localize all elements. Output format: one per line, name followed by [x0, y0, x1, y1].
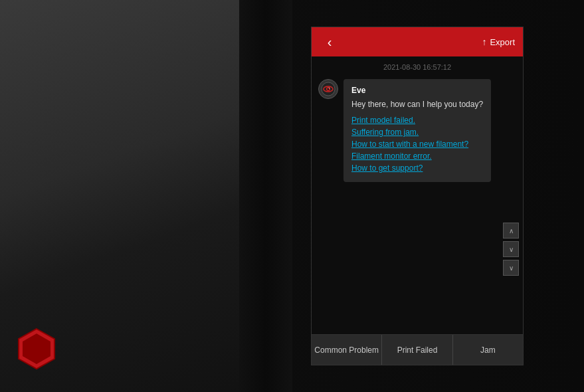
- svg-point-6: [329, 88, 330, 89]
- message-bubble: Eve Hey there, how can I help you today?…: [343, 79, 491, 182]
- tab-print-failed[interactable]: Print Failed: [382, 335, 452, 365]
- header-bar: ‹ ↑ Export: [312, 27, 523, 56]
- link-get-support[interactable]: How to get support?: [351, 163, 483, 173]
- chat-content: 2021-08-30 16:57:12 Eve Hey there, how c…: [312, 56, 523, 194]
- scroll-up-button[interactable]: ∧: [503, 223, 519, 239]
- logo-area: [13, 326, 66, 379]
- back-button[interactable]: ‹: [320, 32, 340, 52]
- sender-name: Eve: [351, 86, 483, 95]
- scroll-bottom-icon: ∨: [509, 264, 514, 272]
- message-text: Hey there, how can I help you today?: [351, 98, 483, 110]
- link-print-model-failed[interactable]: Print model failed.: [351, 116, 483, 125]
- vertical-bar: [239, 0, 292, 392]
- logo-icon: [13, 326, 60, 372]
- link-filament-monitor-error[interactable]: Filament monitor error.: [351, 151, 483, 161]
- eve-avatar-icon: [321, 82, 336, 96]
- tab-bar: Common Problem Print Failed Jam: [312, 334, 523, 365]
- tab-common-problem[interactable]: Common Problem: [312, 335, 382, 365]
- message-row: Eve Hey there, how can I help you today?…: [318, 79, 516, 182]
- scroll-bottom-button[interactable]: ∨: [503, 260, 519, 276]
- link-new-filament[interactable]: How to start with a new filament?: [351, 140, 483, 149]
- tab-jam[interactable]: Jam: [453, 335, 523, 365]
- chat-area: 2021-08-30 16:57:12 Eve Hey there, how c…: [312, 56, 523, 316]
- scroll-up-icon: ∧: [509, 227, 514, 235]
- link-suffering-from-jam[interactable]: Suffering from jam.: [351, 128, 483, 137]
- timestamp: 2021-08-30 16:57:12: [318, 63, 516, 71]
- avatar: [318, 79, 338, 99]
- export-button[interactable]: ↑ Export: [482, 37, 515, 47]
- scroll-down-icon: ∨: [509, 246, 514, 253]
- scroll-down-button[interactable]: ∨: [503, 241, 519, 257]
- export-icon: ↑: [482, 37, 486, 47]
- export-label: Export: [490, 37, 515, 47]
- screen-container: ‹ ↑ Export 2021-08-30 16:57:12: [311, 27, 524, 365]
- scroll-buttons: ∧ ∨ ∨: [503, 223, 519, 276]
